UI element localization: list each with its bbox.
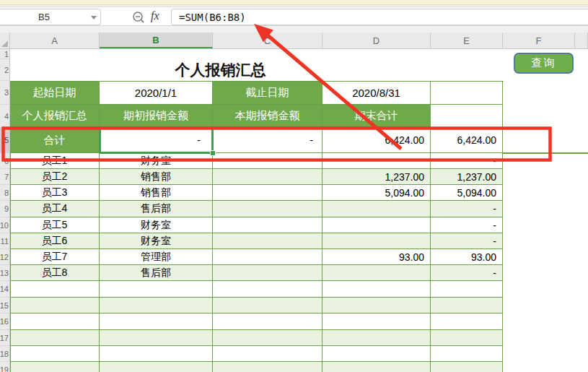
table-header-ending-total[interactable]: 期末合计 bbox=[322, 105, 431, 128]
row-header-1[interactable]: 1 bbox=[0, 49, 9, 59]
e-total-cell[interactable]: - bbox=[431, 265, 503, 280]
row-header-16[interactable]: 16 bbox=[0, 313, 9, 330]
e-total-cell[interactable]: 5,094.00 bbox=[431, 185, 503, 200]
cell[interactable] bbox=[322, 346, 431, 361]
row-header-18[interactable]: 18 bbox=[0, 346, 9, 362]
employee-name-cell[interactable]: 员工2 bbox=[10, 169, 100, 184]
start-date-value-cell[interactable]: 2020/1/1 bbox=[100, 81, 213, 105]
row-header-19[interactable]: 19 bbox=[0, 362, 9, 372]
name-box-dropdown-icon[interactable] bbox=[91, 16, 97, 20]
e-total-cell[interactable]: - bbox=[431, 201, 503, 217]
row-header-8[interactable]: 8 bbox=[0, 185, 9, 201]
cell[interactable] bbox=[322, 313, 431, 329]
row-header-2[interactable]: 2 bbox=[0, 59, 9, 81]
cell[interactable] bbox=[10, 298, 100, 313]
department-cell[interactable]: 售后部 bbox=[100, 265, 213, 280]
total-opening-cell-b5[interactable]: - bbox=[100, 128, 213, 153]
cell[interactable] bbox=[431, 330, 503, 345]
department-cell[interactable]: 售后部 bbox=[100, 201, 213, 217]
department-cell[interactable]: 管理部 bbox=[100, 249, 213, 264]
employee-name-cell[interactable]: 员工5 bbox=[10, 217, 100, 233]
cell[interactable] bbox=[213, 346, 322, 361]
row-header-14[interactable]: 14 bbox=[0, 281, 9, 298]
row-header-6[interactable]: 6 bbox=[0, 153, 9, 169]
fx-icon[interactable]: fx bbox=[151, 9, 159, 22]
column-header-e[interactable]: E bbox=[431, 33, 503, 48]
cell-name-box[interactable]: B5 bbox=[0, 9, 101, 25]
ending-amount-cell[interactable] bbox=[322, 265, 431, 280]
row-header-10[interactable]: 10 bbox=[0, 217, 9, 233]
ending-amount-cell[interactable]: 1,237.00 bbox=[322, 169, 431, 184]
magnifier-icon[interactable] bbox=[132, 11, 146, 25]
total-ending-cell-e5[interactable]: 6,424.00 bbox=[431, 128, 503, 153]
column-header-d[interactable]: D bbox=[322, 33, 431, 48]
cell[interactable] bbox=[100, 281, 213, 297]
current-amount-cell[interactable] bbox=[213, 185, 322, 200]
current-amount-cell[interactable] bbox=[213, 249, 322, 264]
cell[interactable] bbox=[322, 362, 431, 372]
row-header-3[interactable]: 3 bbox=[0, 81, 9, 105]
table-header-opening-amount[interactable]: 期初报销金额 bbox=[100, 105, 213, 128]
cell[interactable] bbox=[431, 346, 503, 361]
department-cell[interactable]: 销售部 bbox=[100, 185, 213, 200]
column-header-f[interactable]: F bbox=[503, 33, 575, 48]
cell[interactable] bbox=[431, 281, 503, 297]
cell[interactable] bbox=[100, 330, 213, 345]
cell[interactable] bbox=[322, 298, 431, 313]
cell[interactable] bbox=[322, 281, 431, 297]
employee-name-cell[interactable]: 员工7 bbox=[10, 249, 100, 264]
ending-amount-cell[interactable] bbox=[322, 233, 431, 248]
ending-amount-cell[interactable] bbox=[322, 217, 431, 233]
row-header-11[interactable]: 11 bbox=[0, 233, 9, 249]
ending-amount-cell[interactable] bbox=[322, 153, 431, 168]
department-cell[interactable]: 财务室 bbox=[100, 217, 213, 233]
cell[interactable] bbox=[213, 298, 322, 313]
ending-amount-cell[interactable]: 93.00 bbox=[322, 249, 431, 264]
column-header-b-selected[interactable]: B bbox=[100, 33, 213, 48]
total-current-cell-c5[interactable]: - bbox=[213, 128, 322, 153]
cell[interactable] bbox=[213, 362, 322, 372]
cell[interactable] bbox=[10, 346, 100, 361]
row-header-15[interactable]: 15 bbox=[0, 298, 9, 313]
cell[interactable] bbox=[213, 313, 322, 329]
cell[interactable] bbox=[322, 330, 431, 345]
row-header-17[interactable]: 17 bbox=[0, 330, 9, 346]
ending-amount-cell[interactable]: 5,094.00 bbox=[322, 185, 431, 200]
cell[interactable] bbox=[213, 330, 322, 345]
employee-name-cell[interactable]: 员工8 bbox=[10, 265, 100, 280]
e-total-cell[interactable]: - bbox=[431, 153, 503, 168]
department-cell[interactable]: 财务室 bbox=[100, 153, 213, 168]
e-total-cell[interactable]: 1,237.00 bbox=[431, 169, 503, 184]
row-header-13[interactable]: 13 bbox=[0, 265, 9, 281]
current-amount-cell[interactable] bbox=[213, 233, 322, 248]
total-ending-cell-d5[interactable]: 6,424.00 bbox=[322, 128, 431, 153]
e-total-cell[interactable]: 93.00 bbox=[431, 249, 503, 264]
column-header-c[interactable]: C bbox=[213, 33, 322, 48]
cell[interactable] bbox=[100, 298, 213, 313]
formula-input[interactable]: =SUM(B6:B8) bbox=[171, 9, 588, 25]
cell[interactable] bbox=[213, 281, 322, 297]
query-button[interactable]: 查询 bbox=[514, 53, 574, 74]
cell[interactable] bbox=[100, 313, 213, 329]
empty-cell-e4[interactable] bbox=[431, 105, 503, 128]
row-header-12[interactable]: 12 bbox=[0, 249, 9, 265]
row-header-4[interactable]: 4 bbox=[0, 105, 9, 128]
cell[interactable] bbox=[431, 362, 503, 372]
cell[interactable] bbox=[100, 362, 213, 372]
employee-name-cell[interactable]: 员工1 bbox=[10, 153, 100, 168]
cell[interactable] bbox=[431, 298, 503, 313]
current-amount-cell[interactable] bbox=[213, 201, 322, 217]
current-amount-cell[interactable] bbox=[213, 169, 322, 184]
cell[interactable] bbox=[10, 330, 100, 345]
department-cell[interactable]: 销售部 bbox=[100, 169, 213, 184]
current-amount-cell[interactable] bbox=[213, 217, 322, 233]
start-date-label-cell[interactable]: 起始日期 bbox=[10, 81, 100, 105]
cell[interactable] bbox=[10, 313, 100, 329]
empty-cell-e3[interactable] bbox=[431, 81, 503, 105]
employee-name-cell[interactable]: 员工6 bbox=[10, 233, 100, 248]
column-header-a[interactable]: A bbox=[10, 33, 100, 48]
table-header-current-amount[interactable]: 本期报销金额 bbox=[213, 105, 322, 128]
current-amount-cell[interactable] bbox=[213, 265, 322, 280]
select-all-corner[interactable] bbox=[0, 33, 10, 48]
cell[interactable] bbox=[10, 281, 100, 297]
